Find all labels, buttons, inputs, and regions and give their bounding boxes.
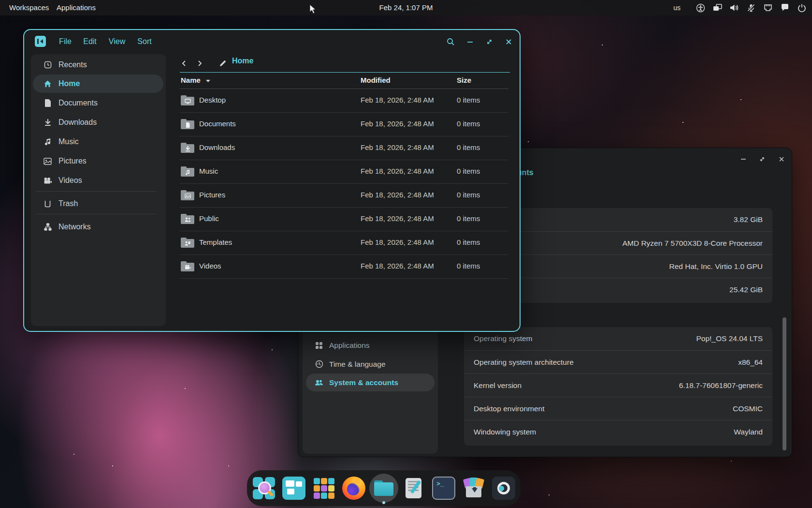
column-header-size[interactable]: Size xyxy=(457,76,471,88)
pictures-folder-icon xyxy=(181,190,194,200)
sidebar-item-label: Time & language xyxy=(329,360,386,369)
volume-icon[interactable] xyxy=(729,3,739,13)
row-value: COSMIC xyxy=(733,404,763,413)
network-icon xyxy=(44,223,52,231)
sidebar-item-pictures[interactable]: Pictures xyxy=(33,152,163,170)
display-icon[interactable] xyxy=(712,3,722,13)
sidebar-item-downloads[interactable]: Downloads xyxy=(33,113,163,132)
music-folder-icon xyxy=(181,166,194,177)
row-value: Wayland xyxy=(734,428,763,436)
dock-terminal-icon[interactable]: >_ xyxy=(432,477,455,500)
clock[interactable]: Feb 24, 1:07 PM xyxy=(379,0,433,15)
dock-app-grid-icon[interactable] xyxy=(312,477,335,500)
sidebar-item-home[interactable]: Home xyxy=(33,75,163,93)
file-row-documents[interactable]: DocumentsFeb 18, 2026, 2:48 AM0 items xyxy=(180,113,508,136)
dock-firefox-icon[interactable] xyxy=(342,477,365,500)
info-row: Kernel version 6.18.7-76061807-generic xyxy=(464,374,772,397)
row-value: Pop!_OS 24.04 LTS xyxy=(696,334,763,343)
edit-path-pencil-icon[interactable] xyxy=(216,55,230,72)
row-label: Windowing system xyxy=(474,428,536,436)
sort-descending-icon xyxy=(205,79,211,83)
back-button[interactable] xyxy=(177,55,191,72)
people-icon xyxy=(315,378,323,387)
sidebar-item-label: Music xyxy=(58,137,79,146)
power-icon[interactable] xyxy=(797,3,807,13)
sidebar-item-label: Home xyxy=(58,79,80,88)
info-row: Desktop environment COSMIC xyxy=(464,397,772,420)
sidebar-item-label: Documents xyxy=(58,99,98,107)
file-row-downloads[interactable]: DownloadsFeb 18, 2026, 2:48 AM0 items xyxy=(180,136,508,160)
column-header-modified[interactable]: Modified xyxy=(361,76,391,88)
file-row-videos[interactable]: VideosFeb 18, 2026, 2:48 AM0 items xyxy=(180,255,508,279)
workspaces-button[interactable]: Workspaces xyxy=(8,0,50,15)
keyboard-layout-indicator[interactable]: us xyxy=(673,4,681,12)
disk-value: 25.42 GiB xyxy=(729,285,763,294)
maximize-button[interactable] xyxy=(755,152,769,166)
breadcrumb[interactable]: Home xyxy=(232,57,253,65)
column-header-name[interactable]: Name xyxy=(181,76,211,88)
sidebar-item-label: Pictures xyxy=(58,157,87,165)
dock: >_ xyxy=(247,470,521,506)
ethernet-icon[interactable] xyxy=(763,3,773,13)
applications-button[interactable]: Applications xyxy=(56,0,97,15)
accessibility-icon[interactable] xyxy=(696,3,705,13)
dock-workspaces-icon[interactable] xyxy=(282,477,305,500)
graphics-value: Red Hat, Inc. Virtio 1.0 GPU xyxy=(669,262,763,271)
sidebar-item-applications[interactable]: Applications xyxy=(306,336,435,354)
desktop: System & accounts Applications Time & la… xyxy=(0,0,812,508)
recents-clock-icon xyxy=(44,61,52,69)
notifications-icon[interactable] xyxy=(780,3,790,13)
file-row-pictures[interactable]: PicturesFeb 18, 2026, 2:48 AM0 items xyxy=(180,184,508,208)
dock-settings-icon[interactable] xyxy=(492,477,515,500)
minimize-button[interactable] xyxy=(463,34,477,49)
video-camera-icon xyxy=(44,177,52,185)
dock-launcher-icon[interactable] xyxy=(252,477,276,500)
sidebar-item-label: Recents xyxy=(58,60,87,69)
menu-file[interactable]: File xyxy=(59,30,72,53)
top-panel: Workspaces Applications Feb 24, 1:07 PM … xyxy=(0,0,812,15)
home-icon xyxy=(44,80,52,88)
sidebar-item-videos[interactable]: Videos xyxy=(33,171,163,190)
sidebar-item-label: Networks xyxy=(58,223,91,231)
picture-icon xyxy=(44,157,52,165)
sidebar-item-system-accounts[interactable]: System & accounts xyxy=(306,374,435,391)
maximize-button[interactable] xyxy=(482,34,496,49)
menu-edit[interactable]: Edit xyxy=(83,30,97,53)
search-icon[interactable] xyxy=(443,34,458,49)
sidebar-item-label: System & accounts xyxy=(329,378,398,387)
close-button[interactable] xyxy=(501,34,516,49)
scrollbar[interactable] xyxy=(783,317,786,450)
sidebar-item-label: Applications xyxy=(329,341,370,350)
desktop-folder-icon xyxy=(181,95,194,105)
minimize-button[interactable] xyxy=(736,152,751,166)
sidebar-item-label: Videos xyxy=(58,176,82,185)
sidebar-item-recents[interactable]: Recents xyxy=(33,56,163,74)
os-info-card: Operating system Pop!_OS 24.04 LTS Opera… xyxy=(464,327,772,446)
row-value: x86_64 xyxy=(738,358,763,367)
sidebar-item-documents[interactable]: Documents xyxy=(33,94,163,112)
close-button[interactable] xyxy=(774,152,789,166)
files-titlebar[interactable]: File Edit View Sort xyxy=(24,30,520,53)
info-row: Operating system architecture x86_64 xyxy=(464,350,772,374)
trash-icon xyxy=(44,200,52,208)
file-row-desktop[interactable]: DesktopFeb 18, 2026, 2:48 AM0 items xyxy=(180,89,508,113)
sidebar-item-trash[interactable]: Trash xyxy=(33,194,163,213)
file-row-music[interactable]: MusicFeb 18, 2026, 2:48 AM0 items xyxy=(180,160,508,184)
dock-text-editor-icon[interactable] xyxy=(402,477,425,500)
active-app-indicator-dot xyxy=(382,501,385,504)
menu-view[interactable]: View xyxy=(109,30,125,53)
file-row-public[interactable]: PublicFeb 18, 2026, 2:48 AM0 items xyxy=(180,208,508,231)
processor-value: AMD Ryzen 7 5700X3D 8-Core Processor xyxy=(623,239,763,248)
sidebar-item-networks[interactable]: Networks xyxy=(33,218,163,236)
dock-store-icon[interactable] xyxy=(462,477,485,500)
sidebar-item-time-language[interactable]: Time & language xyxy=(306,355,435,373)
file-row-templates[interactable]: TemplatesFeb 18, 2026, 2:48 AM0 items xyxy=(180,231,508,255)
menu-sort[interactable]: Sort xyxy=(137,30,151,53)
mic-muted-icon[interactable] xyxy=(746,3,756,13)
cosmic-files-app-icon xyxy=(35,36,46,47)
sidebar-item-music[interactable]: Music xyxy=(33,133,163,151)
sidebar-divider xyxy=(36,191,157,192)
breadcrumb-underline xyxy=(180,72,510,73)
dock-files-icon[interactable] xyxy=(372,477,395,500)
forward-button[interactable] xyxy=(193,55,206,72)
